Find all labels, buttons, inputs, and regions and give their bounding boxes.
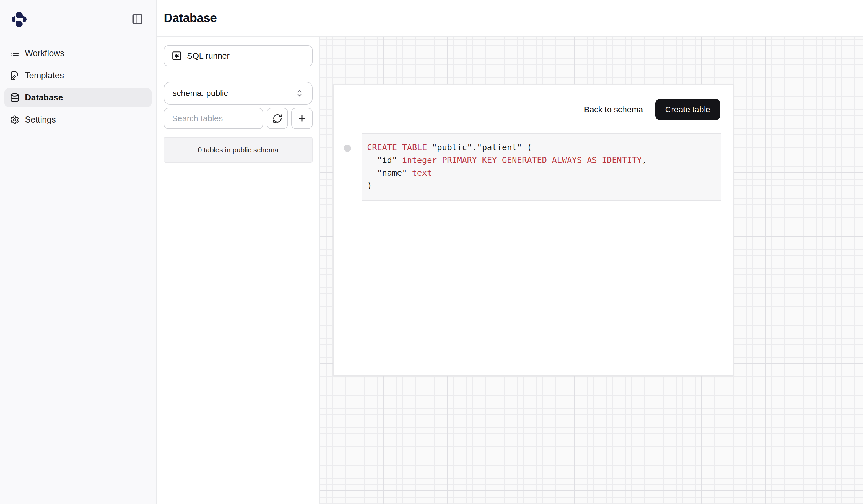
sql-line: CREATE TABLE "public"."patient" ( (367, 141, 715, 154)
refresh-icon (273, 113, 283, 123)
schema-select[interactable]: schema: public (164, 82, 313, 104)
create-table-button[interactable]: Create table (655, 99, 720, 120)
schema-canvas[interactable]: Back to schema Create table CREATE TABLE… (320, 37, 863, 504)
main-area: Database SQL runner schema: public (157, 0, 863, 504)
sidebar-item-label: Database (25, 93, 63, 103)
sidebar-item-workflows[interactable]: Workflows (4, 44, 152, 63)
sidebar-item-settings[interactable]: Settings (4, 110, 152, 129)
sidebar-collapse-button[interactable] (131, 13, 144, 25)
sql-line: "name" text (367, 166, 715, 179)
add-table-button[interactable] (291, 108, 313, 129)
sidebar-item-templates[interactable]: Templates (4, 66, 152, 85)
refresh-button[interactable] (267, 108, 288, 129)
database-icon (10, 93, 20, 102)
sidebar-item-label: Workflows (25, 48, 64, 58)
logo-shape (23, 16, 27, 22)
search-tables-input[interactable] (164, 108, 263, 129)
schema-select-value: schema: public (173, 89, 228, 98)
sql-preview: CREATE TABLE "public"."patient" ( "id" i… (362, 133, 721, 201)
logo-shape (16, 21, 23, 27)
sidebar-item-database[interactable]: Database (4, 88, 152, 107)
sql-runner-label: SQL runner (187, 51, 229, 61)
node-handle[interactable] (344, 145, 351, 152)
create-table-card: Back to schema Create table CREATE TABLE… (333, 84, 734, 376)
plus-icon (297, 113, 307, 123)
card-actions: Back to schema Create table (584, 99, 720, 120)
tables-count-text: 0 tables in public schema (198, 146, 278, 154)
file-pen-icon (10, 71, 20, 80)
sidebar-item-label: Templates (25, 71, 64, 80)
square-asterisk-icon (172, 51, 182, 61)
page-header: Database (157, 0, 863, 37)
tables-panel: SQL runner schema: public (157, 37, 320, 504)
chevrons-up-down-icon (296, 89, 304, 97)
sidebar-nav: Workflows Templates (4, 44, 152, 129)
app-root: Workflows Templates (0, 0, 863, 504)
sidebar: Workflows Templates (0, 0, 157, 504)
logo-shape (16, 12, 23, 18)
sql-line: ) (367, 179, 715, 192)
content: SQL runner schema: public (157, 37, 863, 504)
back-to-schema-button[interactable]: Back to schema (584, 105, 643, 114)
tables-count-box: 0 tables in public schema (164, 137, 313, 163)
gear-icon (10, 115, 20, 125)
sidebar-item-label: Settings (25, 115, 56, 125)
search-row (164, 108, 313, 129)
sql-runner-button[interactable]: SQL runner (164, 45, 313, 66)
app-logo[interactable] (12, 12, 27, 27)
logo-shape (12, 16, 15, 22)
page-title: Database (164, 11, 217, 25)
sql-line: "id" integer PRIMARY KEY GENERATED ALWAY… (367, 154, 715, 166)
panel-left-icon (132, 13, 143, 25)
list-icon (10, 49, 20, 58)
